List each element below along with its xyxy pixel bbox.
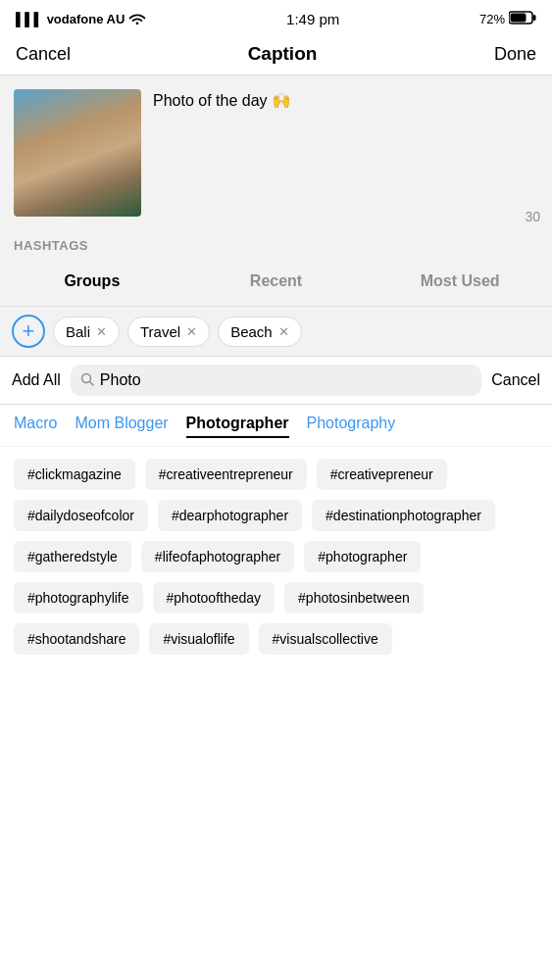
hashtag-chips-row: + Bali ✕ Travel ✕ Beach ✕: [0, 307, 552, 357]
chip-bali-label: Bali: [66, 323, 90, 340]
hashtag-dailydoseofcolor[interactable]: #dailydoseofcolor: [14, 500, 148, 531]
hashtag-tabs: Groups Recent Most Used: [0, 261, 552, 307]
hashtag-photosinbetween[interactable]: #photosinbetween: [284, 582, 424, 613]
status-bar: ▌▌▌ vodafone AU 1:49 pm 72%: [0, 0, 552, 35]
chip-travel-remove[interactable]: ✕: [186, 324, 197, 339]
hashtag-list: #clickmagazine #creativeentrepreneur #cr…: [0, 447, 552, 666]
page-title: Caption: [248, 43, 318, 65]
hashtag-destinationphotographer[interactable]: #destinationphotographer: [312, 500, 495, 531]
chip-travel-label: Travel: [140, 323, 180, 340]
add-chip-button[interactable]: +: [12, 315, 45, 348]
hashtag-creativeentrepreneur[interactable]: #creativeentrepreneur: [145, 459, 307, 490]
caption-input[interactable]: Photo of the day 🙌: [153, 89, 538, 110]
signal-icon: ▌▌▌: [16, 12, 43, 26]
tab-groups[interactable]: Groups: [0, 267, 184, 296]
group-tab-mom-blogger[interactable]: Mom Blogger: [75, 415, 168, 438]
hashtag-dearphotographer[interactable]: #dearphotographer: [158, 500, 302, 531]
char-count: 30: [525, 209, 540, 224]
battery-label: 72%: [479, 12, 505, 26]
hashtag-visualoflife[interactable]: #visualoflife: [149, 623, 248, 655]
status-time: 1:49 pm: [286, 11, 339, 27]
wifi-icon: [128, 11, 146, 27]
svg-rect-2: [510, 13, 526, 22]
battery-info: 72%: [479, 11, 536, 27]
tab-recent[interactable]: Recent: [184, 267, 369, 296]
group-tabs-row: Macro Mom Blogger Photographer Photograp…: [0, 405, 552, 447]
search-row: Add All Cancel: [0, 357, 552, 405]
hashtags-section-label: HASHTAGS: [0, 232, 552, 261]
tab-most-used[interactable]: Most Used: [368, 267, 552, 296]
chip-bali[interactable]: Bali ✕: [53, 317, 120, 347]
chip-beach-label: Beach: [230, 323, 273, 340]
post-thumbnail: [14, 89, 141, 217]
hashtag-lifeofaphotographer[interactable]: #lifeofaphotographer: [141, 541, 294, 572]
hashtag-photographer[interactable]: #photographer: [304, 541, 421, 572]
chip-beach[interactable]: Beach ✕: [218, 317, 302, 347]
hashtag-visualscollective[interactable]: #visualscollective: [259, 623, 392, 655]
carrier-signal: ▌▌▌ vodafone AU: [16, 11, 146, 27]
hashtag-photooftheday[interactable]: #photooftheday: [153, 582, 276, 613]
chip-bali-remove[interactable]: ✕: [96, 324, 107, 339]
hashtag-shootandshare[interactable]: #shootandshare: [14, 623, 139, 655]
hashtag-photographylife[interactable]: #photographylife: [14, 582, 143, 613]
search-input[interactable]: [100, 371, 472, 389]
caption-area: Photo of the day 🙌 30: [0, 75, 552, 232]
hashtag-clickmagazine[interactable]: #clickmagazine: [14, 459, 135, 490]
hashtag-creativepreneur[interactable]: #creativepreneur: [317, 459, 447, 490]
search-box: [71, 365, 481, 396]
group-tab-photographer[interactable]: Photographer: [186, 415, 289, 438]
svg-line-4: [89, 381, 93, 385]
svg-rect-1: [532, 15, 535, 21]
cancel-button[interactable]: Cancel: [16, 44, 71, 65]
search-icon: [80, 372, 94, 389]
group-tab-photography[interactable]: Photography: [307, 415, 396, 438]
caption-content: Photo of the day 🙌: [0, 75, 552, 232]
search-cancel-button[interactable]: Cancel: [491, 371, 540, 389]
chip-beach-remove[interactable]: ✕: [278, 324, 289, 339]
hashtag-gatheredstyle[interactable]: #gatheredstyle: [14, 541, 131, 572]
group-tab-macro[interactable]: Macro: [14, 415, 57, 438]
add-all-button[interactable]: Add All: [12, 371, 61, 389]
battery-icon: [509, 11, 536, 27]
carrier-label: vodafone AU: [47, 12, 125, 26]
nav-bar: Cancel Caption Done: [0, 35, 552, 75]
chip-travel[interactable]: Travel ✕: [127, 317, 210, 347]
done-button[interactable]: Done: [494, 44, 536, 65]
